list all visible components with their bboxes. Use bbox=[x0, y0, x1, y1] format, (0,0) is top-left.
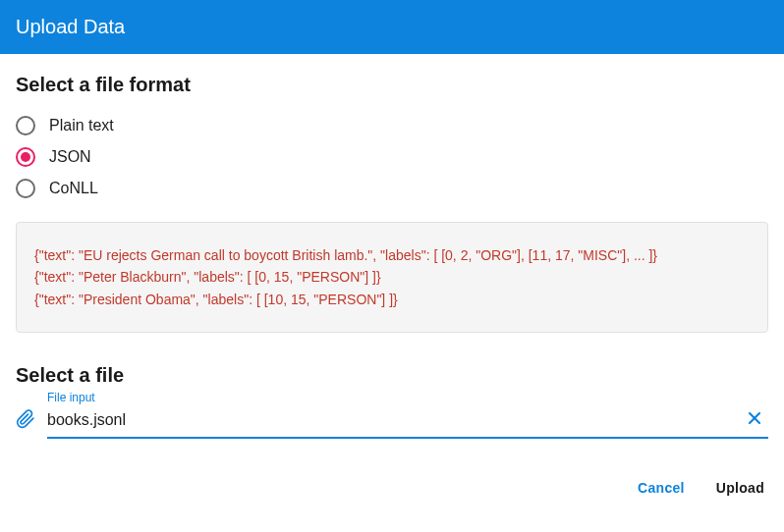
radio-label: Plain text bbox=[49, 117, 114, 134]
file-section: Select a file File input bbox=[16, 364, 768, 439]
radio-option-json[interactable]: JSON bbox=[16, 141, 768, 173]
radio-icon bbox=[16, 147, 35, 167]
radio-option-conll[interactable]: CoNLL bbox=[16, 173, 768, 204]
format-sample-code: {"text": "EU rejects German call to boyc… bbox=[16, 222, 768, 333]
radio-option-plain-text[interactable]: Plain text bbox=[16, 110, 768, 141]
radio-label: JSON bbox=[49, 148, 91, 166]
dialog-header: Upload Data bbox=[0, 0, 784, 54]
dialog-content: Select a file format Plain text JSON CoN… bbox=[0, 54, 784, 439]
radio-label: CoNLL bbox=[49, 180, 98, 197]
upload-button[interactable]: Upload bbox=[712, 474, 768, 502]
file-section-title: Select a file bbox=[16, 364, 768, 387]
radio-icon bbox=[16, 116, 35, 135]
file-input-wrap: File input bbox=[16, 391, 768, 439]
file-input[interactable] bbox=[47, 409, 741, 431]
format-section-title: Select a file format bbox=[16, 74, 768, 96]
cancel-button[interactable]: Cancel bbox=[634, 474, 689, 502]
format-radio-group: Plain text JSON CoNLL bbox=[16, 110, 768, 204]
clear-file-button[interactable] bbox=[741, 406, 768, 433]
close-icon bbox=[745, 408, 764, 431]
attachment-icon[interactable] bbox=[16, 408, 35, 434]
file-input-row bbox=[47, 406, 768, 439]
file-input-label: File input bbox=[47, 391, 768, 404]
dialog-title: Upload Data bbox=[16, 16, 125, 37]
radio-icon bbox=[16, 179, 35, 198]
dialog-actions: Cancel Upload bbox=[0, 439, 784, 517]
